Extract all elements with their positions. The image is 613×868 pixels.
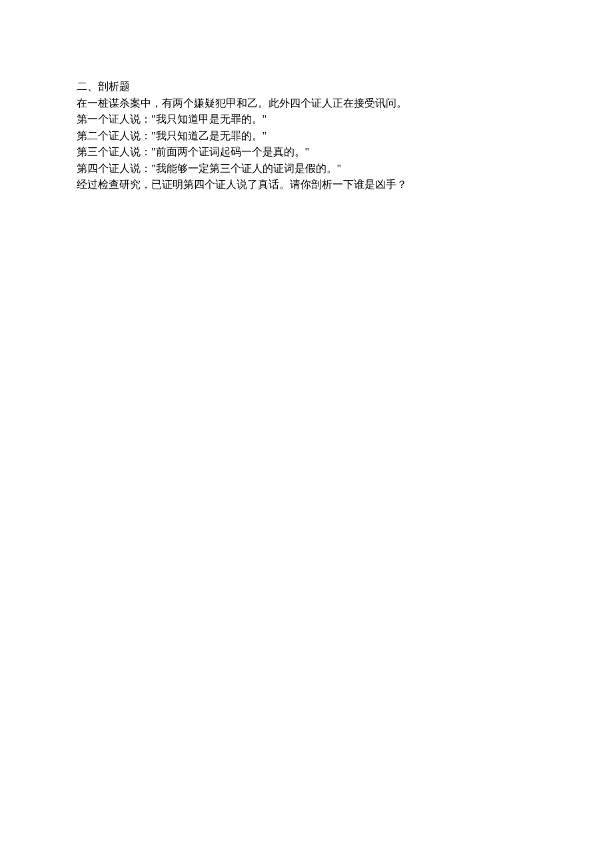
witness-4-statement: 第四个证人说："我能够一定第三个证人的证词是假的。" xyxy=(77,161,536,177)
problem-question: 经过检查研究，已证明第四个证人说了真话。请你剖析一下谁是凶手？ xyxy=(77,177,536,193)
witness-1-statement: 第一个证人说："我只知道甲是无罪的。" xyxy=(77,111,536,128)
section-heading: 二、剖析题 xyxy=(77,79,536,95)
witness-2-statement: 第二个证人说："我只知道乙是无罪的。" xyxy=(77,128,536,145)
witness-3-statement: 第三个证人说："前面两个证词起码一个是真的。" xyxy=(77,144,536,161)
document-page: 二、剖析题 在一桩谋杀案中，有两个嫌疑犯甲和乙。此外四个证人正在接受讯问。 第一… xyxy=(0,0,613,193)
problem-intro: 在一桩谋杀案中，有两个嫌疑犯甲和乙。此外四个证人正在接受讯问。 xyxy=(77,95,536,112)
